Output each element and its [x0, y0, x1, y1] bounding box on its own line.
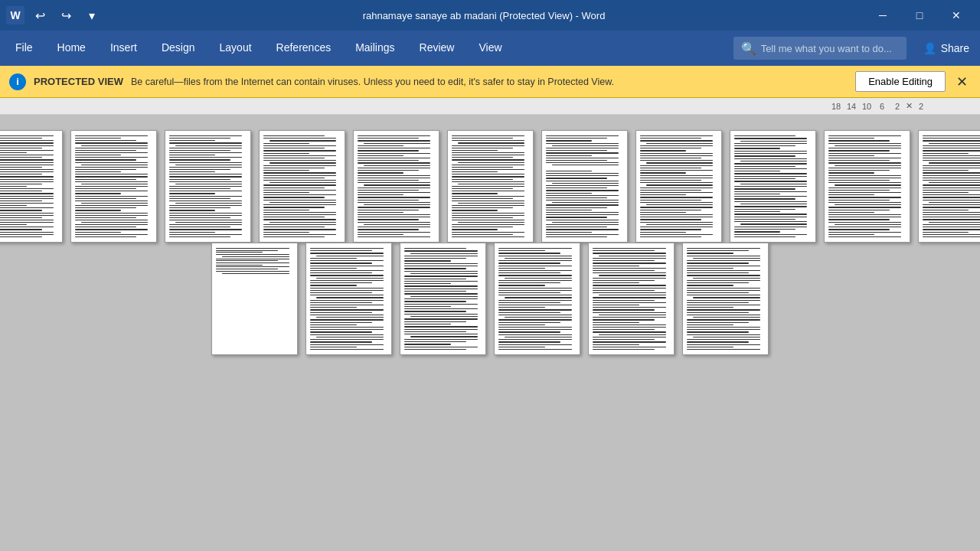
- page-thumbnail[interactable]: [730, 130, 816, 243]
- page-thumbnail[interactable]: [541, 130, 628, 243]
- undo-button[interactable]: ↩: [29, 5, 51, 26]
- ruler-numbers: 18 14 10 6 2 ✕ 2: [829, 101, 928, 111]
- minimize-button[interactable]: ─: [865, 3, 900, 28]
- protected-view-close[interactable]: ✕: [953, 73, 971, 90]
- tab-design[interactable]: Design: [149, 31, 207, 66]
- protected-view-message: Be careful—files from the Internet can c…: [131, 77, 848, 87]
- page-thumbnail[interactable]: [211, 243, 298, 355]
- share-label: Share: [941, 42, 969, 54]
- page-thumbnail[interactable]: [635, 130, 722, 243]
- page-thumbnail[interactable]: [259, 130, 345, 243]
- search-input[interactable]: [761, 43, 899, 54]
- page-thumbnail[interactable]: [918, 130, 981, 243]
- page-thumbnail[interactable]: [400, 243, 486, 355]
- tab-file[interactable]: File: [3, 31, 45, 66]
- enable-editing-button[interactable]: Enable Editing: [855, 71, 946, 92]
- page-thumbnail[interactable]: [494, 243, 580, 355]
- ribbon-search[interactable]: 🔍: [733, 37, 906, 60]
- ruler-num-14: 14: [844, 102, 858, 111]
- ruler: 18 14 10 6 2 ✕ 2: [0, 98, 980, 115]
- ruler-num-6: 6: [875, 102, 889, 111]
- tab-home[interactable]: Home: [45, 31, 98, 66]
- page-thumbnail[interactable]: [70, 130, 157, 243]
- tab-mailings[interactable]: Mailings: [343, 31, 407, 66]
- title-bar-left: W ↩ ↪ ▾: [6, 5, 103, 26]
- tab-review[interactable]: Review: [407, 31, 467, 66]
- ribbon: File Home Insert Design Layout Reference…: [0, 31, 980, 66]
- window-title: rahnamaye sanaye ab madani (Protected Vi…: [103, 10, 865, 21]
- ruler-num-10: 10: [860, 102, 874, 111]
- share-button[interactable]: 👤 Share: [916, 39, 977, 57]
- search-icon: 🔍: [741, 41, 756, 56]
- protected-view-icon: i: [9, 73, 26, 90]
- page-thumbnail[interactable]: [588, 243, 675, 355]
- page-thumbnail[interactable]: [165, 130, 251, 243]
- ruler-num-2b: 2: [914, 102, 928, 111]
- protected-view-bar: i PROTECTED VIEW Be careful—files from t…: [0, 66, 980, 98]
- tab-insert[interactable]: Insert: [98, 31, 149, 66]
- quick-access-dropdown[interactable]: ▾: [81, 5, 103, 26]
- ruler-num-18: 18: [829, 102, 843, 111]
- page-thumbnail[interactable]: [0, 130, 63, 243]
- page-row-2: [211, 243, 769, 355]
- word-logo: W: [6, 6, 24, 24]
- title-bar: W ↩ ↪ ▾ rahnamaye sanaye ab madani (Prot…: [0, 0, 980, 31]
- page-thumbnail[interactable]: [353, 130, 439, 243]
- page-row-1: [0, 130, 980, 243]
- tab-layout[interactable]: Layout: [207, 31, 264, 66]
- protected-view-label: PROTECTED VIEW: [34, 76, 123, 87]
- redo-button[interactable]: ↪: [55, 5, 77, 26]
- ruler-num-2: 2: [890, 102, 904, 111]
- tab-view[interactable]: View: [466, 31, 514, 66]
- window-controls: ─ □ ✕: [865, 3, 974, 28]
- page-thumbnail[interactable]: [824, 130, 910, 243]
- page-thumbnail[interactable]: [447, 130, 534, 243]
- ruler-icon: ✕: [906, 101, 913, 111]
- tab-references[interactable]: References: [264, 31, 344, 66]
- share-icon: 👤: [923, 42, 936, 54]
- close-button[interactable]: ✕: [939, 3, 974, 28]
- page-thumbnail[interactable]: [682, 243, 769, 355]
- restore-button[interactable]: □: [902, 3, 937, 28]
- page-thumbnail[interactable]: [305, 243, 392, 355]
- document-view[interactable]: [0, 115, 980, 551]
